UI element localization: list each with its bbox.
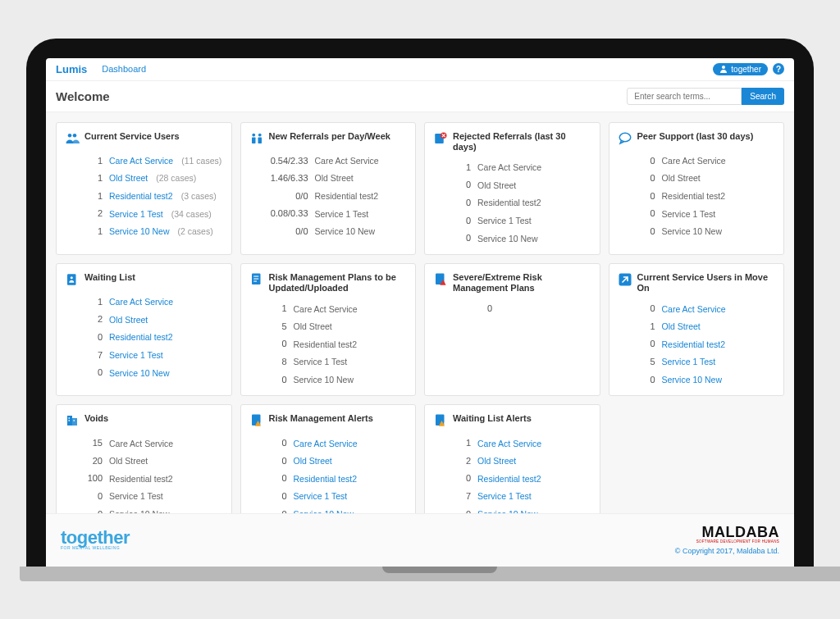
row-link[interactable]: Care Act Service [109,297,173,307]
card-row: 0Care Act Service [249,435,408,453]
card-row: 0Residential test2 [249,470,408,488]
svg-point-3 [252,133,255,136]
svg-point-11 [71,276,73,279]
row-link[interactable]: Service 10 New [109,226,170,236]
row-value: 2 [86,207,103,221]
row-value: 100 [86,471,103,486]
user-badge[interactable]: together [713,63,768,75]
card-header: Voids [65,413,223,428]
building-icon [65,413,80,428]
card-row: 0 [433,300,591,318]
row-value: 0 [271,489,287,504]
card-row: 1Care Act Service [65,294,223,312]
row-value: 15 [86,436,103,451]
row-label: Old Street [315,171,354,185]
row-link[interactable]: Old Street [477,456,516,466]
row-value: 0 [454,178,471,193]
row-text: Old Street [662,173,701,183]
row-link[interactable]: Care Act Service [477,439,541,448]
row-value: 20 [86,454,103,469]
card-row: 2Old Street [433,453,591,471]
row-label: Service 1 Test [477,489,532,503]
row-link[interactable]: Service 1 Test [477,491,532,501]
row-label: Old Street [109,171,148,185]
row-text: Service 1 Test [109,491,163,501]
row-text: Residential test2 [294,339,358,349]
row-link[interactable]: Service 1 Test [109,350,163,360]
clipboard-person-icon [65,272,80,287]
svg-rect-21 [72,418,77,426]
row-link[interactable]: Service 1 Test [294,491,348,501]
svg-rect-5 [252,137,256,143]
row-value: 0 [454,507,471,514]
row-text: Residential test2 [662,191,726,201]
card-row: 1Residential test2(3 cases) [65,188,223,206]
row-value: 0/0 [271,189,308,204]
row-link[interactable]: Residential test2 [477,474,541,484]
row-link[interactable]: Service 1 Test [662,357,716,366]
row-value: 0 [639,225,655,239]
row-link[interactable]: Care Act Service [662,304,726,314]
row-label: Old Street [662,320,701,334]
row-link[interactable]: Care Act Service [294,439,358,448]
row-label: Old Street [477,454,516,468]
card-row: 20Old Street [65,453,223,471]
row-text: Old Street [477,180,516,190]
row-value: 0 [454,214,471,229]
row-link[interactable]: Old Street [294,456,332,466]
row-link[interactable]: Residential test2 [662,339,726,349]
row-link[interactable]: Residential test2 [294,474,358,484]
row-label: Care Act Service [662,303,726,316]
search-input[interactable] [627,88,742,105]
card-row: 0Service 10 New [433,506,591,514]
row-link[interactable]: Old Street [662,321,701,331]
card-header: Current Service Users [65,131,223,146]
card-header: Risk Management Plans to be Updated/Uplo… [249,272,408,294]
row-text: Residential test2 [109,474,173,484]
svg-rect-18 [445,284,446,284]
card-row: 0Residential test2 [433,470,591,488]
laptop-frame: Lumis Dashboard together ? Welcome Searc… [26,39,814,581]
row-value: 0 [271,373,287,388]
row-label: Care Act Service [109,295,173,309]
row-label: Service 10 New [315,225,376,239]
svg-rect-6 [258,137,262,143]
row-label: Service 10 New [477,232,538,246]
row-label: Service 10 New [477,507,538,513]
row-value: 1 [86,189,103,204]
page-title: Welcome [56,89,110,103]
row-value: 5 [639,355,655,370]
card-row: 0Old Street [249,453,408,471]
card-row: 1Care Act Service [433,435,591,453]
row-link[interactable]: Residential test2 [109,191,173,201]
row-link[interactable]: Residential test2 [109,332,173,342]
row-link[interactable]: Service 1 Test [109,209,163,219]
row-value: 8 [271,355,287,370]
row-link[interactable]: Care Act Service [109,156,173,166]
row-link[interactable]: Old Street [109,173,148,183]
card-row: 0Service 10 New [65,364,223,382]
nav-dashboard[interactable]: Dashboard [102,64,146,74]
row-text: Old Street [315,173,354,183]
together-tagline: FOR MENTAL WELLBEING [61,545,130,550]
card-row: 1.46/6.33Old Street [249,170,408,188]
card-row: 0Service 10 New [249,371,408,389]
search-button[interactable]: Search [742,88,784,105]
row-link[interactable]: Old Street [109,315,148,325]
row-value: 1 [86,171,103,186]
together-logo: together [61,530,130,545]
row-value: 1 [454,436,471,451]
brand-logo[interactable]: Lumis [56,63,87,75]
row-link[interactable]: Service 10 New [109,368,170,378]
card-risk-alerts: Risk Management Alerts0Care Act Service0… [240,404,417,513]
row-label: Service 10 New [109,225,170,239]
row-suffix: (34 cases) [171,207,212,221]
row-value: 1 [86,225,103,239]
card-title: Waiting List [84,272,135,283]
card-row: 0Service 10 New [618,371,776,389]
row-label: Service 10 New [294,507,354,513]
help-button[interactable]: ? [773,63,784,75]
row-text: Old Street [109,456,148,466]
row-value: 1 [271,302,287,316]
row-link[interactable]: Service 10 New [662,375,723,385]
